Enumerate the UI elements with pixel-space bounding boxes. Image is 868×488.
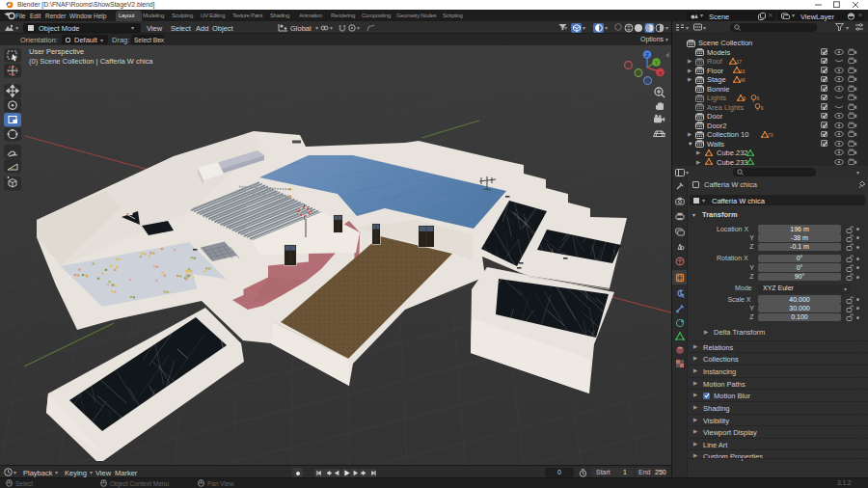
svg-text:X: X: [658, 70, 662, 76]
svg-text:(0) Scene Collection | Cafferi: (0) Scene Collection | Cafferia W chica: [29, 57, 153, 66]
svg-text:User Perspective: User Perspective: [29, 47, 84, 56]
svg-text:Z: Z: [645, 52, 649, 58]
svg-text:Y: Y: [654, 60, 658, 66]
